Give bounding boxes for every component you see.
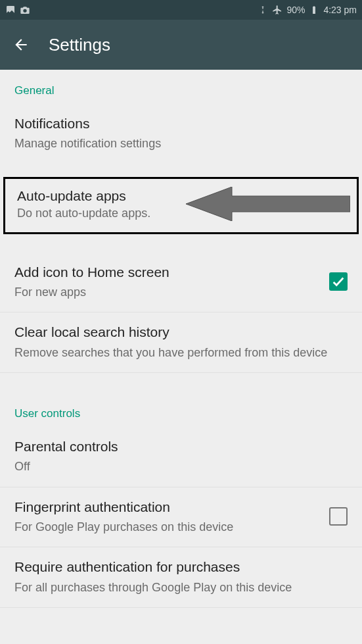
- checkbox-fingerprint[interactable]: [329, 507, 348, 526]
- row-subtitle: For Google Play purchases on this device: [14, 519, 320, 535]
- row-title: Parental controls: [14, 437, 348, 456]
- row-title: Notifications: [14, 114, 348, 133]
- battery-icon: [309, 5, 319, 15]
- sync-icon: [258, 5, 268, 15]
- row-subtitle: For all purchases through Google Play on…: [14, 580, 348, 595]
- row-auto-update-apps[interactable]: Auto-update apps Do not auto-update apps…: [3, 177, 359, 234]
- row-title: Clear local search history: [14, 323, 348, 341]
- airplane-icon: [272, 5, 283, 15]
- back-button[interactable]: [12, 36, 30, 54]
- settings-content: General Notifications Manage notificatio…: [0, 70, 362, 608]
- camera-icon: [20, 5, 30, 15]
- row-title: Add icon to Home screen: [14, 263, 320, 282]
- row-fingerprint-authentication[interactable]: Fingerprint authentication For Google Pl…: [0, 487, 362, 548]
- checkbox-add-icon[interactable]: [329, 272, 348, 291]
- image-icon: [5, 5, 16, 15]
- row-parental-controls[interactable]: Parental controls Off: [0, 427, 362, 487]
- row-require-authentication[interactable]: Require authentication for purchases For…: [0, 547, 362, 608]
- section-header-general: General: [0, 70, 362, 104]
- app-bar: Settings: [0, 20, 362, 70]
- row-notifications[interactable]: Notifications Manage notification settin…: [0, 104, 362, 164]
- section-header-user-controls: User controls: [0, 393, 362, 427]
- row-clear-local-search-history[interactable]: Clear local search history Remove search…: [0, 312, 362, 373]
- row-subtitle: Remove searches that you have performed …: [14, 345, 348, 360]
- status-bar: 90% 4:23 pm: [0, 0, 362, 20]
- page-title: Settings: [49, 35, 110, 55]
- row-subtitle: For new apps: [14, 284, 320, 300]
- row-subtitle: Off: [14, 458, 348, 474]
- row-add-icon-home-screen[interactable]: Add icon to Home screen For new apps: [0, 253, 362, 313]
- row-title: Fingerprint authentication: [14, 498, 320, 516]
- svg-marker-0: [186, 187, 350, 221]
- clock-time: 4:23 pm: [323, 5, 357, 15]
- annotation-arrow-icon: [186, 187, 350, 224]
- row-subtitle: Manage notification settings: [14, 136, 348, 151]
- row-title: Require authentication for purchases: [14, 558, 348, 576]
- battery-percent: 90%: [286, 5, 305, 15]
